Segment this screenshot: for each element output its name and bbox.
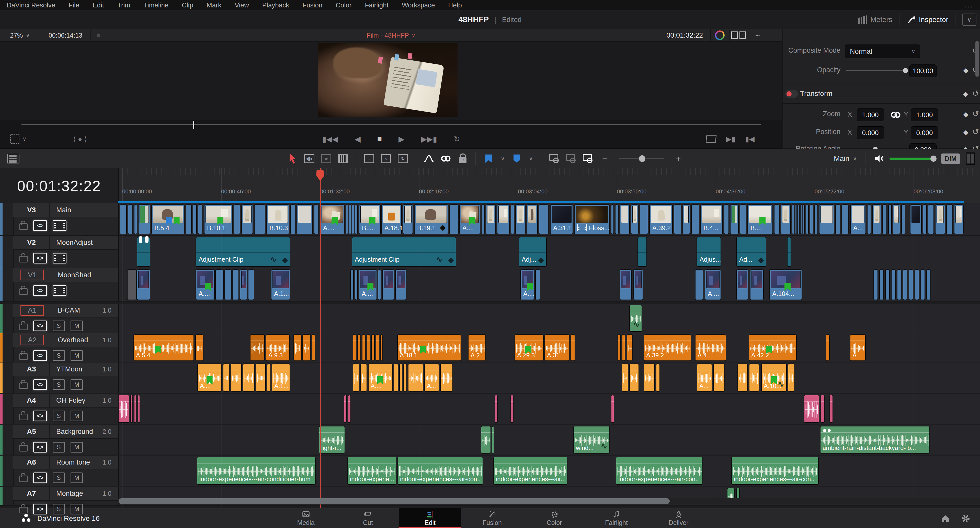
clip-indoor-experiences---air-con...[interactable]: indoor-experiences---air-con... [731,457,819,485]
clip-v3-69[interactable] [901,204,905,234]
clip-a3-15[interactable] [440,364,453,392]
clip-B....[interactable]: B.... [748,204,773,234]
playhead-line[interactable] [320,168,321,508]
menu-playback[interactable]: Playback [256,1,296,9]
clip-v1-10[interactable] [355,270,358,300]
timeline-scroll-indicator[interactable] [118,201,964,203]
clip-v3-28[interactable] [486,204,496,234]
auto-select-button[interactable]: <> [33,285,47,296]
track-header-A7[interactable]: A7 Montage1.0 <> S M [0,487,119,506]
volume-line[interactable] [616,463,702,464]
clip-v1-26[interactable] [885,270,890,300]
clip-v3-33[interactable] [539,204,549,234]
volume-line[interactable] [198,370,221,370]
clip-a4-4[interactable] [344,395,347,423]
clip-a3-2[interactable] [231,364,242,392]
menu-clip[interactable]: Clip [175,1,200,9]
clip-B.5.4[interactable]: B.5.4 [151,204,185,234]
trim-edit-mode-button[interactable]: ◂▮▸ [303,149,316,168]
clip-v3-64[interactable] [867,204,871,234]
marker-button[interactable] [510,149,523,168]
clip-A.104...[interactable]: A.104... [769,270,802,300]
clip-flag-icon[interactable] [469,217,476,225]
volume-line[interactable] [319,432,345,433]
clip-A.29.3[interactable]: A.29.3 [515,334,544,361]
track-gain[interactable]: 1.0 [102,397,111,404]
volume-line[interactable] [737,491,739,491]
keyframe-icon[interactable]: ◆ [963,67,968,75]
zoom-detail-button[interactable] [565,149,578,168]
volume-line[interactable] [727,491,734,491]
volume-line[interactable] [138,401,140,402]
clip-flag-icon[interactable] [331,217,338,225]
volume-line[interactable] [400,370,402,370]
clip-v1-7[interactable] [248,270,255,300]
mute-button[interactable]: M [70,472,83,483]
track-lock-icon[interactable] [19,324,28,330]
track-name[interactable]: OH Foley [49,394,102,407]
volume-line[interactable] [381,340,382,341]
clip-v1-24[interactable] [873,270,878,300]
volume-line[interactable] [738,370,747,370]
clip-v1-21[interactable] [736,270,748,300]
clip-v3-50[interactable] [774,204,780,234]
clip-v3-65[interactable] [872,204,881,234]
clip-A.9.3[interactable]: A.9.3 [266,334,290,361]
clip-A.1...[interactable]: A.1... [272,364,290,392]
clip-A.5.4[interactable]: A.5.4 [134,334,194,361]
solo-button[interactable]: S [52,504,65,514]
menu-workspace[interactable]: Workspace [395,1,442,9]
track-name[interactable]: MoonShad [51,268,118,282]
menu-fairlight[interactable]: Fairlight [358,1,395,9]
clip-v3-68[interactable] [892,204,900,234]
track-number[interactable]: A7 [21,490,43,498]
clip-a4-7[interactable] [511,395,514,423]
volume-line[interactable] [749,370,759,370]
clip-a4-0[interactable] [118,395,129,423]
clip-a3-8[interactable] [360,364,367,392]
clip-flag-icon[interactable] [369,217,375,225]
clip-a3-18[interactable] [644,364,655,392]
mute-button[interactable]: M [70,442,83,453]
auto-select-button[interactable]: <> [33,504,47,514]
clip-v3-71[interactable] [923,204,927,234]
clip-indoor-experiences---air...[interactable]: indoor-experiences---air... [493,457,568,485]
clip-A.31.[interactable]: A.31. [544,334,570,361]
zoom-x-value[interactable]: 1.000 [857,108,884,121]
volume-line[interactable] [611,401,614,402]
clip-a3-16[interactable] [622,364,628,392]
play-reverse-button[interactable]: ◀ [355,134,361,144]
track-number[interactable]: V1 [21,270,44,281]
clip-v3-43[interactable] [682,204,690,234]
volume-line[interactable] [618,340,620,341]
mini-meter-icon[interactable] [966,153,975,165]
timeline-selector-value[interactable]: Film - 48HHFP [367,32,409,39]
clip-v3-53[interactable] [795,204,797,234]
clip-a3-12[interactable] [403,364,407,392]
clip-a3-22[interactable] [737,364,748,392]
volume-line[interactable] [732,463,818,464]
volume-line[interactable] [630,311,641,311]
clip-a3-17[interactable] [629,364,639,392]
track-number[interactable]: A5 [21,428,43,435]
volume-line[interactable] [272,370,290,370]
clip-v3-58[interactable] [810,204,813,234]
clip-a4-11[interactable] [829,395,833,423]
clip-v3-47[interactable] [730,204,739,234]
zoom-out-button[interactable]: − [598,149,611,168]
clip-A....[interactable]: A.... [196,270,215,300]
clip-v1-22[interactable] [750,270,764,300]
clip-a2-4[interactable] [293,334,302,361]
gear-icon[interactable] [961,514,971,524]
filmstrip-view-button[interactable] [52,253,67,263]
track-header-A1[interactable]: A1 B-CAM1.0 <> S M [0,304,119,333]
clip-a2-7[interactable] [353,334,356,361]
cinema-viewer-icon[interactable] [705,135,716,143]
clip-a3-5[interactable] [267,364,271,392]
clip-v2-0[interactable] [137,237,150,267]
clip-A....[interactable]: A.... [705,270,721,300]
clip-v2-4[interactable] [638,237,647,267]
track-name[interactable]: YTMoon [49,362,102,376]
volume-line[interactable] [788,370,794,370]
track-number[interactable]: A6 [21,458,43,466]
